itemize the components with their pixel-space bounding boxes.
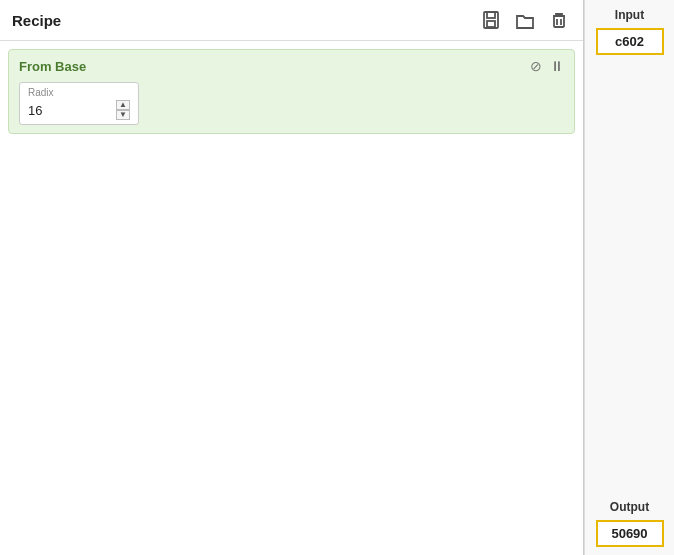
output-label: Output	[610, 500, 649, 514]
pause-icon[interactable]: ⏸	[550, 58, 564, 74]
radix-spinner[interactable]: ▲ ▼	[116, 100, 130, 120]
output-section: Output 50690	[585, 492, 674, 555]
step-from-base: From Base ⊘ ⏸ Radix 16 ▲ ▼	[8, 49, 575, 134]
main-panel: Recipe	[0, 0, 584, 555]
svg-rect-3	[554, 16, 564, 27]
spinner-down[interactable]: ▼	[116, 110, 130, 120]
radix-row: 16 ▲ ▼	[28, 100, 130, 120]
svg-rect-2	[487, 21, 495, 27]
output-value: 50690	[596, 520, 664, 547]
input-value[interactable]: c602	[596, 28, 664, 55]
spinner-up[interactable]: ▲	[116, 100, 130, 110]
sidebar-spacer	[585, 63, 674, 492]
step-header: From Base ⊘ ⏸	[19, 58, 564, 74]
input-section: Input c602	[585, 0, 674, 63]
step-controls: ⊘ ⏸	[530, 58, 564, 74]
header: Recipe	[0, 0, 583, 41]
step-title: From Base	[19, 59, 86, 74]
folder-button[interactable]	[513, 8, 537, 32]
svg-rect-1	[487, 12, 495, 18]
delete-button[interactable]	[547, 8, 571, 32]
save-button[interactable]	[479, 8, 503, 32]
page-title: Recipe	[12, 12, 479, 29]
input-label: Input	[615, 8, 644, 22]
radix-field: Radix 16 ▲ ▼	[19, 82, 139, 125]
recipe-content: From Base ⊘ ⏸ Radix 16 ▲ ▼	[0, 41, 583, 555]
radix-label: Radix	[28, 87, 130, 98]
radix-value[interactable]: 16	[28, 103, 112, 118]
disable-icon[interactable]: ⊘	[530, 58, 542, 74]
header-icons	[479, 8, 571, 32]
sidebar: Input c602 Output 50690	[584, 0, 674, 555]
